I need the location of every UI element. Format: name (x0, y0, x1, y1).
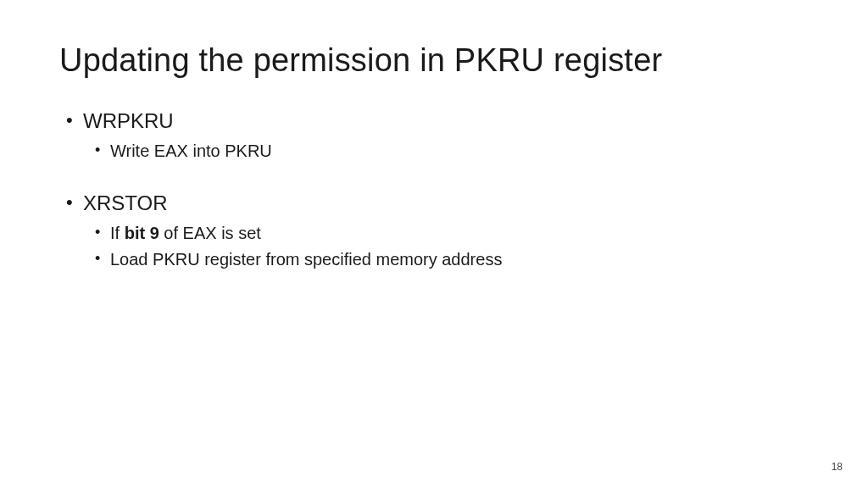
slide: Updating the permission in PKRU register… (0, 0, 868, 488)
text-post: of EAX is set (159, 224, 261, 242)
subbullet-load-pkru: Load PKRU register from specified memory… (59, 248, 809, 271)
subbullet-bit9: If bit 9 of EAX is set (59, 222, 809, 245)
slide-body: WRPKRU Write EAX into PKRU XRSTOR If bit… (59, 109, 809, 271)
text-bold-bit9: bit 9 (125, 224, 159, 242)
spacer (59, 166, 809, 191)
bullet-wrpkru: WRPKRU (59, 109, 809, 133)
bullet-xrstor: XRSTOR (59, 191, 809, 215)
subbullet-write-eax: Write EAX into PKRU (59, 140, 809, 163)
page-number: 18 (832, 461, 843, 473)
text-pre: If (110, 224, 125, 242)
slide-title: Updating the permission in PKRU register (59, 42, 809, 79)
